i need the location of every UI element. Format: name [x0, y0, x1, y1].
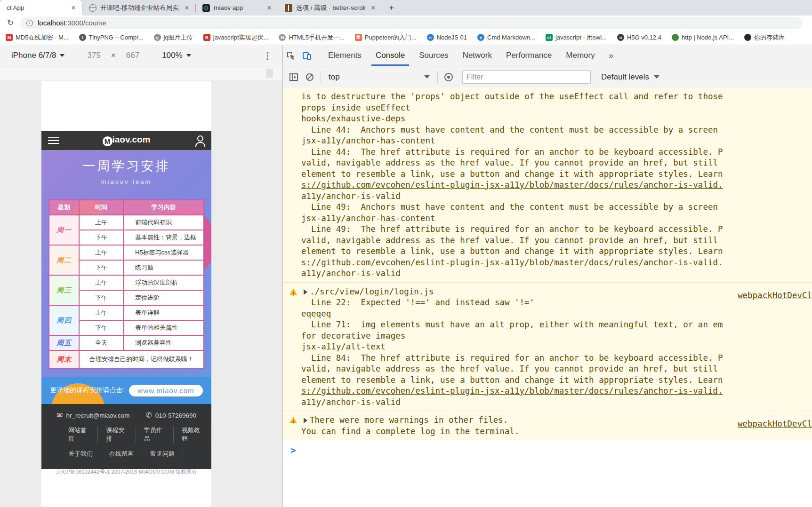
bookmark-favicon-icon: e: [477, 34, 484, 41]
time-cell: 上午: [79, 245, 123, 260]
devtools-tab-console[interactable]: Console: [369, 46, 412, 66]
browser-tab[interactable]: 开课吧-移动端企业站布局实战×: [82, 0, 195, 16]
eye-icon[interactable]: [441, 70, 457, 84]
content-cell: 表单的相关属性: [123, 320, 204, 335]
promo-band: 更详细的课程安排请点击: www.miaov.com: [41, 377, 211, 404]
expand-caret-icon[interactable]: [304, 289, 307, 295]
bookmark-item[interactable]: Bjavascript实现起伏...: [203, 33, 269, 42]
footer-link[interactable]: 视频教程: [174, 426, 211, 443]
console-text-line: valid, navigable address as the href val…: [283, 235, 812, 246]
bookmark-item[interactable]: eCmd Markdown...: [477, 34, 535, 41]
content-cell: 练习题: [123, 260, 204, 275]
warning-triangle-icon: [289, 417, 297, 423]
footer-link[interactable]: 课程安排: [98, 426, 136, 443]
console-toolbar: top Default levels: [283, 66, 812, 88]
inspect-element-icon[interactable]: [283, 48, 299, 63]
devtools-tab-memory[interactable]: Memory: [559, 46, 602, 66]
bookmark-item[interactable]: MMD5在线加密 - M...: [6, 33, 69, 42]
viewport-height-input[interactable]: 667: [126, 51, 139, 60]
devtools-tab-performance[interactable]: Performance: [499, 46, 559, 66]
bookmark-item[interactable]: qjq图片上传: [154, 33, 193, 42]
footer-link[interactable]: 常见问题: [142, 450, 183, 458]
bookmark-item[interactable]: HHTML5手机开发—...: [279, 33, 344, 42]
address-bar[interactable]: i localhost :3000/course: [20, 17, 803, 29]
tab-close-icon[interactable]: ×: [70, 4, 77, 12]
console-text-line: jsx-a11y/anchor-has-content: [283, 213, 812, 224]
console-text-line: Line 22: Expected '!==' and instead saw …: [283, 297, 812, 309]
phone-link[interactable]: ✆010-57269690: [145, 411, 196, 420]
content-cell: 定位进阶: [123, 290, 204, 305]
devtools-tab-elements[interactable]: Elements: [321, 46, 369, 66]
zoom-select[interactable]: 100%: [162, 51, 182, 60]
devtools-tab-network[interactable]: Network: [456, 46, 499, 66]
tab-close-icon[interactable]: ×: [370, 4, 377, 12]
console-link-line[interactable]: s://github.com/evcohen/eslint-plugin-jsx…: [283, 257, 812, 269]
promo-link-button[interactable]: www.miaov.com: [129, 385, 202, 396]
column-header: 时间: [79, 200, 123, 215]
devtools-tab-sources[interactable]: Sources: [412, 46, 455, 66]
console-warning-block: is to destructure the 'props' object out…: [283, 87, 812, 283]
log-levels-select[interactable]: Default levels: [601, 72, 659, 82]
device-pane: iPhone 6/7/8 375 × 667 100% ⋮ Miaov.com: [0, 45, 283, 507]
bookmark-item[interactable]: eNodeJS 01: [427, 34, 467, 41]
mobile-page: Miaov.com 一周学习安排 miaoov team 星期时间学习内容周一上…: [41, 131, 211, 469]
bookmark-item[interactable]: 简Puppeteer的入门...: [355, 33, 417, 42]
bookmark-item[interactable]: tTinyPNG – Compr...: [79, 34, 144, 41]
mobile-footer: ✉hr_recruit@miaov.com ✆010-57269690 网站首页…: [41, 404, 211, 469]
more-tabs-icon[interactable]: »: [609, 50, 614, 61]
console-text-line: element to resemble a link, use a button…: [283, 169, 812, 180]
webpack-source-link[interactable]: webpackHotDevCl: [738, 419, 812, 430]
console-sidebar-icon[interactable]: [286, 70, 302, 84]
column-header: 学习内容: [123, 200, 204, 215]
globe-favicon-icon: [89, 4, 96, 12]
bookmark-favicon-icon: H: [279, 34, 286, 41]
table-row: 周五全天浏览器兼容性: [49, 335, 204, 350]
tab-close-icon[interactable]: ×: [265, 4, 273, 12]
day-cell: 周末: [49, 350, 79, 368]
device-select[interactable]: iPhone 6/7/8: [11, 51, 56, 60]
device-toolbar-toggle-icon[interactable]: [299, 48, 315, 63]
reload-icon[interactable]: ↻: [5, 18, 16, 28]
url-host: localhost: [38, 19, 65, 27]
divider: [321, 71, 321, 83]
browser-tab[interactable]: ct App×: [0, 0, 82, 16]
email-link[interactable]: ✉hr_recruit@miaov.com: [56, 411, 129, 420]
clear-console-icon[interactable]: [302, 70, 318, 84]
user-account-icon[interactable]: [195, 135, 205, 146]
devtools-pane: ElementsConsoleSourcesNetworkPerformance…: [283, 45, 812, 507]
warning-head-line: There were more warnings in other files.…: [283, 415, 812, 426]
webpack-source-link[interactable]: webpackHotDevCl: [738, 290, 812, 301]
console-link-line[interactable]: s://github.com/evcohen/eslint-plugin-jsx…: [283, 386, 812, 397]
footer-link[interactable]: 关于我们: [60, 450, 101, 458]
browser-tab[interactable]: 选项 / 高级 · better-scroll×: [278, 0, 382, 16]
console-filter-input[interactable]: [462, 70, 591, 84]
console-prompt-chevron[interactable]: >: [283, 440, 812, 456]
site-logo[interactable]: Miaov.com: [41, 135, 211, 146]
footer-link[interactable]: 网站首页: [60, 426, 98, 443]
promo-text: 更详细的课程安排请点击:: [50, 386, 124, 395]
footer-link[interactable]: 在线留言: [101, 450, 142, 458]
bookmark-item[interactable]: http | Node.js API...: [672, 34, 734, 41]
tab-close-icon[interactable]: ×: [183, 4, 191, 12]
console-link-line[interactable]: s://github.com/evcohen/eslint-plugin-jsx…: [283, 180, 812, 191]
main-split: iPhone 6/7/8 375 × 667 100% ⋮ Miaov.com: [0, 45, 812, 507]
console-text-line: a11y/anchor-is-valid: [283, 268, 812, 279]
expand-caret-icon[interactable]: [304, 418, 307, 423]
footer-link-row: 网站首页课程安排学员作品视频教程: [41, 426, 211, 443]
logo-text: iaov.com: [113, 135, 151, 144]
email-text: hr_recruit@miaov.com: [66, 412, 129, 419]
device-menu-kebab-icon[interactable]: ⋮: [263, 50, 272, 61]
footer-links: 网站首页课程安排学员作品视频教程关于我们在线留言常见问题: [41, 426, 211, 458]
browser-tab[interactable]: miaov app×: [196, 0, 278, 16]
column-header: 星期: [49, 200, 79, 215]
content-cell: 浏览器兼容性: [123, 335, 204, 350]
new-tab-button[interactable]: +: [386, 2, 398, 14]
bookmark-item[interactable]: oH5O v0.12.4: [617, 34, 661, 41]
viewport-width-input[interactable]: 375: [87, 51, 100, 60]
footer-link[interactable]: 学员作品: [136, 426, 174, 443]
time-cell: 上午: [79, 305, 123, 320]
execution-context-select[interactable]: top: [329, 72, 430, 82]
bookmark-item[interactable]: sfjavascript - 用swi...: [546, 33, 607, 42]
page-info-icon[interactable]: i: [26, 20, 33, 26]
bookmark-item[interactable]: 你的存储库: [744, 33, 785, 42]
